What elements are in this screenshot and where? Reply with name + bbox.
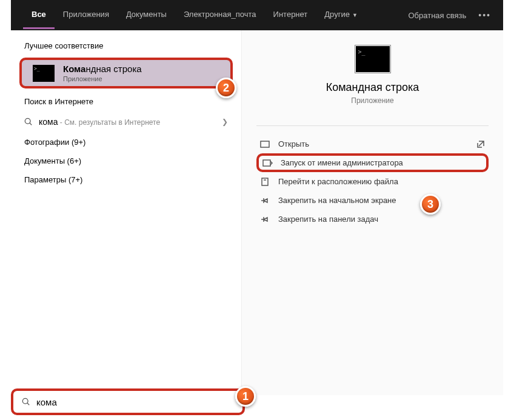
cmd-icon <box>33 65 55 82</box>
pin-icon <box>260 196 271 205</box>
tab-internet[interactable]: Интернет <box>265 1 316 29</box>
search-icon <box>22 398 30 406</box>
category-documents[interactable]: Документы (6+) <box>11 152 241 170</box>
svg-rect-2 <box>261 141 269 147</box>
chevron-right-icon: ❯ <box>222 118 228 126</box>
best-match-subtitle: Приложение <box>63 75 142 82</box>
annotation-badge-3: 3 <box>420 194 441 215</box>
search-icon <box>24 118 33 126</box>
tabs: Все Приложения Документы Электронная_поч… <box>23 1 366 29</box>
svg-line-7 <box>27 403 30 405</box>
web-header: Поиск в Интернете <box>11 92 241 111</box>
svg-rect-4 <box>262 178 268 185</box>
action-pin-taskbar[interactable]: Закрепить на панели задач <box>256 210 489 228</box>
action-pin-start[interactable]: Закрепить на начальном экране <box>256 191 489 210</box>
tab-apps[interactable]: Приложения <box>55 1 118 29</box>
results-panel: Лучшее соответствие Командная строка При… <box>11 30 241 395</box>
action-open[interactable]: Открыть <box>256 135 489 153</box>
best-match-header: Лучшее соответствие <box>11 36 241 55</box>
annotation-badge-1: 1 <box>235 386 256 407</box>
more-options-icon[interactable]: ••• <box>478 10 491 20</box>
folder-icon <box>260 178 271 186</box>
tab-email[interactable]: Электронная_почта <box>175 1 265 29</box>
tab-more[interactable]: Другие▼ <box>316 1 366 29</box>
action-open-location[interactable]: Перейти к расположению файла <box>256 172 489 191</box>
search-web-row[interactable]: кома - См. результаты в Интернете ❯ <box>11 111 241 133</box>
feedback-link[interactable]: Обратная связь <box>409 11 467 20</box>
shield-icon <box>262 159 273 167</box>
tab-all[interactable]: Все <box>23 1 55 29</box>
preview-panel: Командная строка Приложение Открыть Запу… <box>241 30 503 395</box>
web-text: кома - См. результаты в Интернете <box>39 117 222 127</box>
separator <box>256 125 489 126</box>
annotation-badge-2: 2 <box>216 78 236 98</box>
open-icon <box>260 140 271 148</box>
search-bar[interactable] <box>11 388 245 415</box>
category-photos[interactable]: Фотографии (9+) <box>11 133 241 152</box>
svg-line-1 <box>30 123 32 125</box>
open-external-icon <box>476 140 485 148</box>
search-input[interactable] <box>36 397 234 407</box>
cmd-icon <box>355 45 390 73</box>
header: Все Приложения Документы Электронная_поч… <box>11 0 503 30</box>
svg-rect-3 <box>263 160 270 166</box>
tab-documents[interactable]: Документы <box>118 1 175 29</box>
category-settings[interactable]: Параметры (7+) <box>11 170 241 189</box>
best-match-item[interactable]: Командная строка Приложение <box>19 58 233 88</box>
preview-header: Командная строка Приложение <box>256 42 489 117</box>
action-run-as-admin[interactable]: Запуск от имени администратора <box>256 153 489 172</box>
best-match-title: Командная строка <box>63 64 142 74</box>
preview-title: Командная строка <box>256 81 489 94</box>
preview-subtitle: Приложение <box>256 96 489 105</box>
chevron-down-icon: ▼ <box>352 12 358 18</box>
header-right: Обратная связь ••• <box>409 10 492 20</box>
pin-icon <box>260 215 271 224</box>
